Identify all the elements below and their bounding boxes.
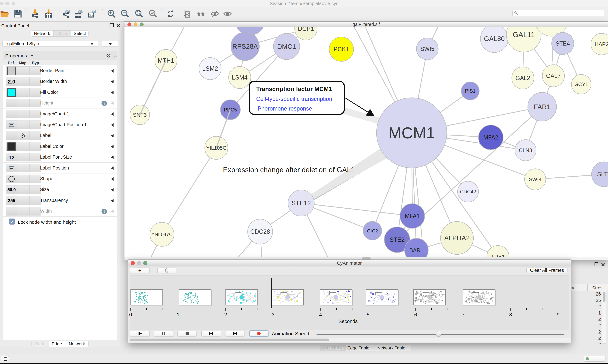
svg-text:SWI5: SWI5 [420,46,434,52]
svg-text:Cell-type-specific transcripti: Cell-type-specific transcription [256,96,332,102]
svg-text:MCM1: MCM1 [388,124,435,142]
svg-text:HAP2: HAP2 [595,41,608,47]
svg-text:BAR1: BAR1 [409,247,424,253]
svg-text:CLN3: CLN3 [519,147,532,153]
svg-text:MFA2: MFA2 [484,134,498,141]
svg-text:MFA1: MFA1 [405,213,420,219]
svg-text:YNL047C: YNL047C [151,232,173,237]
svg-text:PIS1: PIS1 [465,88,475,94]
svg-text:Transcription factor MCM1: Transcription factor MCM1 [256,86,332,92]
svg-text:SWI4: SWI4 [529,176,542,182]
svg-text:GAL7: GAL7 [546,73,561,79]
svg-text:GIC2: GIC2 [367,228,378,234]
svg-text:FAR1: FAR1 [534,103,550,111]
svg-text:CDC42: CDC42 [460,189,476,195]
svg-text:Expression change after deleti: Expression change after deletion of GAL1 [223,166,355,174]
svg-text:DMC1: DMC1 [277,43,296,50]
svg-text:GAL2: GAL2 [515,75,530,81]
svg-text:TUB1: TUB1 [491,254,505,257]
svg-text:GAL80: GAL80 [484,35,505,42]
svg-text:DCP1: DCP1 [298,27,314,32]
svg-text:SLT2: SLT2 [597,171,608,178]
svg-text:STE2: STE2 [389,236,404,243]
svg-text:Pheromone response: Pheromone response [258,105,312,112]
svg-text:STE12: STE12 [291,200,311,207]
svg-text:ALPHA2: ALPHA2 [444,234,470,242]
svg-text:STE4: STE4 [556,40,570,47]
svg-text:LSM2: LSM2 [202,65,218,72]
svg-text:GCY1: GCY1 [574,81,588,87]
svg-text:RPS28A: RPS28A [232,43,258,50]
svg-text:GAL11: GAL11 [513,30,535,39]
svg-text:PCK1: PCK1 [333,46,349,52]
svg-text:LSM4: LSM4 [232,74,248,81]
svg-text:CDC28: CDC28 [250,228,270,235]
